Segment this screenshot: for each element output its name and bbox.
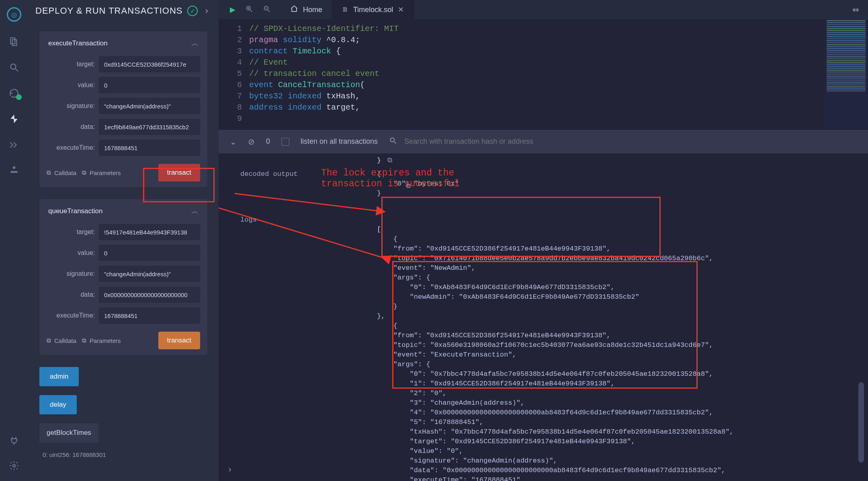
terminal-toggle-icon[interactable]: ⌄ — [230, 137, 237, 147]
terminal[interactable]: }⧉ decoded output { "0": "bytes: 0x" } ⧉… — [219, 153, 868, 481]
queue-calldata[interactable]: ⧉Calldata — [47, 337, 76, 344]
tab-home-label: Home — [303, 6, 322, 14]
queue-parameters[interactable]: ⧉Parameters — [82, 337, 121, 344]
label-data: data: — [47, 291, 95, 298]
svg-point-7 — [13, 465, 16, 467]
plug-icon[interactable] — [8, 435, 20, 446]
label-signature: signature: — [47, 270, 95, 277]
pending-tx-count: 0 — [266, 137, 270, 146]
exec-data-input[interactable] — [99, 119, 200, 135]
exec-time-input[interactable] — [99, 140, 200, 156]
tab-file-label: Timelock.sol — [353, 6, 393, 14]
icon-rail: ◎ — [0, 0, 28, 481]
resize-icon[interactable]: ⇔ — [852, 5, 859, 14]
home-icon — [290, 5, 298, 15]
queue-transact-button[interactable]: transact — [158, 332, 200, 349]
zoom-out-icon[interactable] — [263, 5, 271, 15]
getblocktime-button[interactable]: getBlockTimes — [39, 423, 98, 442]
zoom-in-icon[interactable] — [245, 5, 253, 15]
line-gutter: 123456789 — [219, 23, 249, 129]
label-target: target: — [47, 228, 95, 236]
exec-parameters[interactable]: ⧉Parameters — [82, 169, 121, 176]
panel-header: DEPLOY & RUN TRANSACTIONS ✓ › — [28, 0, 219, 22]
deploy-run-icon[interactable] — [8, 113, 20, 124]
copy-icon: ⧉ — [82, 337, 86, 344]
compiler-icon[interactable] — [8, 88, 20, 99]
listen-label: listen on all transactions — [301, 137, 378, 146]
search-icon[interactable] — [8, 62, 20, 73]
exec-value-input[interactable] — [99, 77, 200, 93]
label-executetime: executeTime: — [47, 312, 95, 319]
listen-checkbox[interactable] — [281, 138, 289, 146]
minimap[interactable] — [824, 19, 868, 128]
admin-button[interactable]: admin — [39, 367, 79, 386]
queue-data-input[interactable] — [99, 287, 200, 303]
tab-file[interactable]: 🗎 Timelock.sol ✕ — [332, 0, 414, 19]
svg-line-3 — [15, 69, 18, 71]
terminal-prompt[interactable]: › — [227, 465, 232, 475]
scrollbar[interactable] — [858, 153, 868, 481]
clear-terminal-icon[interactable]: ⊘ — [248, 137, 255, 147]
svg-rect-6 — [10, 171, 17, 173]
label-target: target: — [47, 61, 95, 68]
expand-panel-icon[interactable]: › — [205, 6, 208, 16]
terminal-search-input[interactable] — [404, 137, 573, 146]
copy-icon: ⧉ — [47, 169, 51, 176]
code-editor[interactable]: 123456789 // SPDX-License-Identifier: MI… — [219, 19, 868, 129]
collapse-icon[interactable]: ︿ — [191, 39, 199, 48]
tab-bar: ▶ Home 🗎 Timelock.sol ✕ ⇔ — [219, 0, 868, 19]
svg-line-16 — [394, 142, 396, 144]
terminal-bar: ⌄ ⊘ 0 listen on all transactions — [219, 129, 868, 153]
svg-line-13 — [268, 10, 270, 12]
queue-transaction-card: queueTransaction ︿ target: value: signat… — [39, 199, 207, 355]
exec-calldata[interactable]: ⧉Calldata — [47, 169, 76, 176]
logs-label: logs — [240, 215, 377, 481]
gear-icon[interactable] — [8, 460, 20, 471]
copy-icon: ⧉ — [47, 337, 51, 344]
exec-target-input[interactable] — [99, 56, 200, 72]
file-explorer-icon[interactable] — [8, 36, 20, 47]
exec-transact-button[interactable]: transact — [158, 164, 200, 181]
svg-point-2 — [10, 64, 16, 69]
code-area[interactable]: // SPDX-License-Identifier: MITpragma so… — [249, 23, 868, 129]
label-executetime: executeTime: — [47, 144, 95, 151]
return-value: 0: uint256: 1678888301 — [39, 451, 207, 458]
label-value: value: — [47, 249, 95, 257]
copy-icon[interactable]: ⧉ — [387, 157, 392, 164]
run-script-icon[interactable]: ▶ — [230, 5, 235, 14]
label-data: data: — [47, 123, 95, 130]
queue-time-input[interactable] — [99, 308, 200, 324]
copy-icon: ⧉ — [82, 169, 86, 176]
queue-value-input[interactable] — [99, 245, 200, 261]
label-signature: signature: — [47, 102, 95, 110]
svg-line-9 — [250, 10, 252, 12]
debugger-icon[interactable] — [8, 139, 20, 150]
svg-point-5 — [13, 166, 16, 169]
decoded-output-label: decoded output — [240, 169, 377, 198]
execute-title: executeTransaction — [48, 39, 108, 47]
copy-icon[interactable]: ⧉ — [406, 182, 411, 190]
queue-title: queueTransaction — [48, 207, 102, 215]
plugin-manager-icon[interactable] — [8, 165, 20, 176]
svg-marker-4 — [10, 114, 17, 123]
env-connected-icon[interactable]: ✓ — [187, 6, 198, 16]
close-icon[interactable]: ✕ — [398, 5, 404, 14]
panel-title: DEPLOY & RUN TRANSACTIONS — [35, 6, 182, 16]
queue-target-input[interactable] — [99, 224, 200, 240]
queue-signature-input[interactable] — [99, 266, 200, 282]
log-entry-2: { "from": "0xd9145CCE52D386f254917e481eB… — [377, 322, 734, 481]
remix-logo-icon: ◎ — [7, 7, 21, 22]
search-icon[interactable] — [389, 137, 397, 147]
side-panel: DEPLOY & RUN TRANSACTIONS ✓ › executeTra… — [28, 0, 219, 481]
delay-button[interactable]: delay — [39, 395, 77, 414]
execute-transaction-card: executeTransaction ︿ target: value: sign… — [39, 31, 207, 187]
exec-signature-input[interactable] — [99, 98, 200, 114]
main-area: ▶ Home 🗎 Timelock.sol ✕ ⇔ — [219, 0, 868, 481]
tab-home[interactable]: Home — [280, 0, 332, 19]
label-value: value: — [47, 82, 95, 89]
svg-point-15 — [390, 138, 394, 142]
log-entry-1: { "from": "0xd9145CCE52D386f254917e481eB… — [377, 235, 713, 320]
collapse-icon[interactable]: ︿ — [191, 206, 199, 216]
solidity-icon: 🗎 — [342, 6, 348, 13]
